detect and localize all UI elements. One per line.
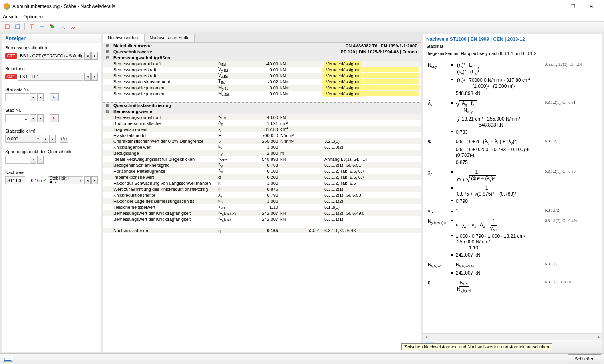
equations: Ncr,y= (π)² · E · Iy(ky)² · (Ly)² Anhang… <box>423 58 602 333</box>
tab-details[interactable]: Nachweisdetails <box>103 34 145 43</box>
middle-panel: Nachweisdetails Nachweise an Stelle ⊞Mat… <box>103 34 421 352</box>
check-ok-icon: ✓ <box>316 228 320 233</box>
tool-6[interactable] <box>58 22 68 31</box>
ds-badge: GZT <box>5 53 17 59</box>
memberset-label: Stabsatz Nr. <box>5 87 98 92</box>
table-row: TeilsicherheitsbeiwertγM11.10--6.1.3(1) <box>103 204 421 210</box>
collapse-icon[interactable]: ⊟ <box>105 55 110 60</box>
right-sub2: Biegeknicken um Hauptachse y nach 6.3.1.… <box>423 51 602 58</box>
table-row: BemessungsbiegemomentMz,Ed0.00kNmVernach… <box>103 91 421 97</box>
memberset-prev[interactable]: ◂ <box>30 93 36 101</box>
ds-field[interactable]: BS1 - GZT (STR/GEO) - Ständig ... <box>18 52 83 60</box>
ds-prev[interactable]: ◂ <box>84 52 91 60</box>
member-prev[interactable]: ◂ <box>30 114 36 122</box>
memberset-pick-icon[interactable] <box>50 93 59 101</box>
minimize-button[interactable]: — <box>545 0 564 12</box>
expand-icon[interactable]: ⊞ <box>105 103 110 107</box>
table-row: Knickreduktionsfaktorχy0.790--6.3.1.2(1)… <box>103 192 421 198</box>
left-panel: Anzeigen Bemessungssituation GZT BS1 - G… <box>2 34 101 352</box>
status-precision[interactable]: 0.00 <box>3 356 13 362</box>
check-ratio: 0.165 <box>26 178 42 183</box>
menu-view[interactable]: Ansicht <box>3 14 18 20</box>
memberset-next[interactable]: ▸ <box>37 93 44 101</box>
table-row: BemessungsbiegemomentMy,Ed0.00kNmVernach… <box>103 85 421 91</box>
load-next[interactable]: ▸ <box>91 73 98 81</box>
load-prev[interactable]: ◂ <box>84 73 91 81</box>
check-name[interactable]: Stabilität | Bie... <box>48 176 83 184</box>
member-value[interactable]: 1 <box>5 114 29 122</box>
tool-3[interactable] <box>27 22 36 31</box>
statusbar: 0.00 Schließen <box>0 353 604 364</box>
app-icon <box>4 3 10 10</box>
table-row: BruttoquerschnittsflächeAg13.21cm² <box>103 120 421 126</box>
member-next[interactable]: ▸ <box>37 114 44 122</box>
design-situation-label: Bemessungssituation <box>5 46 98 50</box>
table-row: Ideale Verzweigungslast für Biegeknicken… <box>103 156 421 162</box>
stress-prev[interactable]: ◂ <box>30 156 36 164</box>
check-label: Nachweis <box>5 170 98 175</box>
right-hscroll[interactable]: ◂▸ <box>423 333 602 340</box>
right-header: Nachweis ST1100 | EN 1999 | CEN | 2013-1… <box>423 34 602 43</box>
check-prev[interactable]: ◂ <box>84 176 91 184</box>
tool-4[interactable] <box>37 22 47 31</box>
expand-icon[interactable]: ⊞ <box>105 44 110 48</box>
x-reset-icon[interactable]: x/x₀ <box>60 135 68 143</box>
svg-rect-0 <box>5 25 9 29</box>
tool-7[interactable] <box>68 22 78 31</box>
tool-2[interactable] <box>13 22 22 31</box>
load-badge: GZT <box>5 74 17 79</box>
criterion-row: Nachweiskriterium η 0.165 -- ≤ 1 ✓ 6.3.1… <box>103 228 421 233</box>
table-row: Imperfektionsbeiwertα0.200--6.3.1.2, Tab… <box>103 174 421 180</box>
table-row: ElastizitätsmodulE70000.0N/mm² <box>103 132 421 138</box>
table-row: BezugslängeLy2.000m <box>103 150 421 156</box>
table-row: Bezogener Schlankheitsgradλ̄y0.783--6.3.… <box>103 162 421 168</box>
table-row: Wert zur Ermittlung des Knickreduktionsf… <box>103 186 421 192</box>
x-label: Stabstelle x [m] <box>5 129 98 133</box>
svg-rect-1 <box>16 25 20 29</box>
details-table: ⊞MaterialkennwerteEN AW-6082 T6 | EN 199… <box>103 43 421 352</box>
table-row: BemessungstorsionsmomentTEd-0.02kNmVerna… <box>103 79 421 85</box>
load-field[interactable]: LK1 - LF1 <box>18 73 83 81</box>
check-ok-icon: ✓ <box>43 178 47 183</box>
maximize-button[interactable]: ☐ <box>564 0 582 12</box>
table-row: BemessungsnormalkraftNEd-40.00kNVernachl… <box>103 61 421 67</box>
tooltip: Zwischen Nachweisformeln und Nachweiswer… <box>401 343 552 350</box>
loading-label: Belastung <box>5 66 98 71</box>
toolbar <box>0 21 604 32</box>
stresspoint-label: Spannungspunkt des Querschnitts <box>5 149 98 154</box>
table-row: BemessungsnormalkraftNEd40.00kN <box>103 114 421 120</box>
x-prev[interactable]: ◂ <box>42 135 48 143</box>
check-id[interactable]: ST1100 <box>5 176 25 184</box>
table-row: Faktor der Lage des Bemessungsschnittsωx… <box>103 198 421 204</box>
right-panel: Nachweis ST1100 | EN 1999 | CEN | 2013-1… <box>423 34 602 352</box>
table-row: BemessungsquerkraftVz,Ed0.00kNVernachläs… <box>103 73 421 79</box>
close-button[interactable]: ✕ <box>582 0 600 12</box>
svg-point-3 <box>50 24 52 26</box>
tool-5[interactable] <box>48 22 57 31</box>
member-label: Stab Nr. <box>5 108 98 113</box>
x-next[interactable]: ▸ <box>49 135 56 143</box>
menu-options[interactable]: Optionen <box>23 14 43 20</box>
collapse-icon[interactable]: ⊟ <box>105 109 110 113</box>
window-title: Aluminiumbemessung - Stäbe - Nachweisdet… <box>12 4 545 9</box>
titlebar: Aluminiumbemessung - Stäbe - Nachweisdet… <box>0 0 604 12</box>
table-row: BemessungsquerkraftVy,Ed0.00kNVernachläs… <box>103 67 421 73</box>
stress-next[interactable]: ▸ <box>37 156 44 164</box>
expand-icon[interactable]: ⊞ <box>105 49 110 54</box>
table-row: Knicklängenbeiwertky1.000--6.3.1.3(2) <box>103 144 421 150</box>
table-row: TrägheitsmomentIy317.80cm⁴ <box>103 126 421 132</box>
tool-1[interactable] <box>2 22 12 31</box>
x-value[interactable]: 0.000 <box>5 135 41 143</box>
memberset-value[interactable]: -- <box>5 93 29 101</box>
stress-value[interactable]: -- <box>5 156 29 164</box>
ds-next[interactable]: ▸ <box>91 52 98 60</box>
member-pick-icon[interactable] <box>50 114 59 122</box>
table-row: Charakteristischer Wert der 0,2%-Dehngre… <box>103 138 421 144</box>
table-row: Faktor zur Schwächung von Längsschweißnä… <box>103 180 421 186</box>
tab-checks-at-location[interactable]: Nachweise an Stelle <box>145 34 195 42</box>
table-row: Bemessungswert der KnicktragfähigkeitNy,… <box>103 210 421 216</box>
table-row: Horizontale Plateaugrenzeλ̄00.100--6.3.1… <box>103 168 421 174</box>
check-next[interactable]: ▸ <box>91 176 98 184</box>
right-sub1: Stabilität <box>423 43 602 51</box>
close-dialog-button[interactable]: Schließen <box>568 354 601 363</box>
